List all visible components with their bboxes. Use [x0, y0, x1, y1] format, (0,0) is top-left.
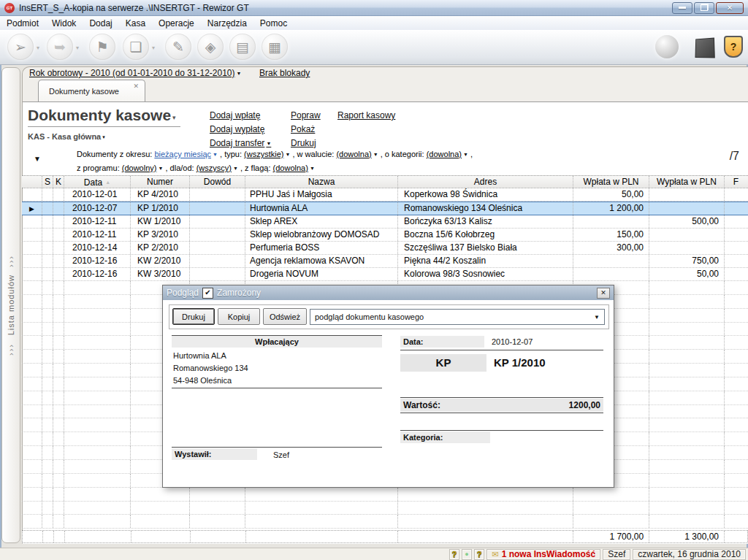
preview-print-button[interactable]: Drukuj — [172, 308, 215, 325]
add-transfer-dropdown-icon: ▼ — [264, 141, 271, 146]
column-header-f[interactable]: F — [725, 176, 747, 188]
cell-f — [725, 268, 747, 280]
menu-pomoc[interactable]: Pomoc — [253, 18, 294, 29]
column-header-wyplata[interactable]: Wypłata w PLN — [649, 176, 725, 188]
preview-copy-button[interactable]: Kopiuj — [218, 308, 260, 325]
show-link[interactable]: Pokaż — [291, 123, 321, 137]
cell-f — [725, 242, 747, 254]
menu-podmiot[interactable]: Podmiot — [0, 18, 45, 29]
lock-status-link[interactable]: Brak blokady — [259, 68, 310, 78]
filter-contractor-value[interactable]: (wszyscy) — [196, 164, 232, 172]
empty-cell — [64, 281, 131, 294]
page-title[interactable]: Dokumenty kasowe▾ — [28, 107, 180, 127]
empty-cell — [42, 446, 53, 459]
frozen-checkbox[interactable]: ✔ — [202, 288, 213, 299]
edit-link[interactable]: Popraw — [291, 109, 321, 123]
table-row[interactable]: 2010-12-01 KP 4/2010 PPHU Jaś i Małgosia… — [22, 188, 748, 202]
table-row[interactable]: 2010-12-16 KW 2/2010 Agencja reklamowa K… — [22, 255, 748, 268]
insmessage-indicator[interactable]: ✉ 1 nowa InsWiadomość — [486, 549, 600, 560]
table-row[interactable]: 2010-12-11 KP 3/2010 Sklep wielobranżowy… — [22, 229, 748, 242]
column-header-marker — [22, 176, 42, 188]
table-row[interactable]: 2010-12-11 KW 1/2010 Sklep AREX Bończyka… — [22, 215, 748, 229]
tab-close-icon[interactable]: ✕ — [133, 80, 139, 90]
filter-flag-value[interactable]: (dowolna) — [273, 164, 308, 172]
close-button[interactable]: ✕ — [716, 2, 744, 14]
filter-program-value[interactable]: (dowolny) — [122, 164, 157, 172]
add-payment-link[interactable]: Dodaj wpłatę — [210, 109, 271, 123]
empty-cell — [64, 295, 131, 308]
empty-cell — [22, 323, 42, 336]
cell-adres: Piękna 44/2 Koszalin — [398, 255, 573, 267]
help-shield-icon[interactable]: ? — [724, 36, 743, 58]
edit-button[interactable]: ✎ — [165, 34, 191, 60]
flag-button[interactable]: ⚑ — [89, 34, 115, 60]
select-tool-dropdown-icon[interactable]: ▾ — [37, 45, 39, 51]
cell-nazwa: Sklep wielobranżowy DOMOSAD — [245, 229, 398, 241]
edit-icon: ✎ — [172, 39, 184, 55]
record-counter: /7 — [730, 150, 739, 163]
empty-cell — [64, 364, 131, 377]
cash-register-selector[interactable]: KAS - Kasa główna▾ — [28, 132, 105, 141]
preview-dialog-title-bar[interactable]: Podgląd ✔ Zamrożony ✕ — [163, 285, 614, 300]
filter-type-value[interactable]: (wszystkie) — [244, 150, 283, 158]
menu-narzedzia[interactable]: Narzędzia — [201, 18, 253, 29]
selected-row-marker-icon: ▶ — [29, 205, 34, 212]
empty-cell — [64, 391, 131, 404]
cash-report-link[interactable]: Raport kasowy — [337, 109, 395, 123]
table-row[interactable]: 2010-12-14 KP 2/2010 Perfumeria BOSS Szc… — [22, 242, 748, 255]
new-document-button[interactable]: ❏ — [123, 34, 149, 60]
empty-cell — [53, 377, 64, 391]
tab-dokumenty-kasowe[interactable]: Dokumenty kasowe ✕ — [38, 80, 145, 102]
column-header-dowod[interactable]: Dowód — [190, 176, 245, 188]
table-row-selected[interactable]: ▶ 2010-12-07 KP 1/2010 Hurtownia ALA Rom… — [22, 202, 748, 215]
empty-cell — [725, 432, 747, 445]
cell-s — [42, 255, 53, 267]
row-marker-cell — [22, 215, 42, 228]
column-header-numer[interactable]: Numer — [131, 176, 190, 188]
empty-cell — [42, 364, 53, 377]
modules-list-strip[interactable]: ››› Lista modułów ››› — [1, 67, 20, 543]
empty-cell — [725, 295, 747, 308]
table-row[interactable]: 2010-12-16 KW 3/2010 Drogeria NOVUM Kolo… — [22, 268, 748, 281]
date-label: Data: — [400, 336, 484, 348]
cell-wyplata: 750,00 — [649, 255, 725, 267]
minimize-button[interactable] — [672, 2, 692, 14]
send-dropdown-icon[interactable]: ▾ — [76, 45, 79, 51]
column-header-data[interactable]: Data▲ — [64, 176, 131, 188]
app-icon: GT — [4, 3, 15, 13]
filter-collapse-icon[interactable]: ▼ — [34, 155, 41, 163]
globe-icon[interactable] — [655, 35, 679, 58]
menu-widok[interactable]: Widok — [45, 18, 83, 29]
empty-cell — [573, 515, 649, 528]
cube-icon[interactable] — [695, 38, 714, 58]
stamp-button[interactable]: ◈ — [197, 34, 224, 60]
column-header-nazwa[interactable]: Nazwa — [245, 176, 398, 188]
menu-kasa[interactable]: Kasa — [119, 18, 152, 29]
menu-operacje[interactable]: Operacje — [152, 18, 201, 29]
restore-button[interactable] — [694, 2, 714, 14]
add-withdrawal-link[interactable]: Dodaj wypłatę — [210, 123, 271, 137]
column-header-k[interactable]: K — [53, 176, 64, 188]
column-header-wplata[interactable]: Wpłata w PLN — [573, 176, 649, 188]
select-tool-button[interactable]: ➢ — [7, 34, 34, 60]
notes-button[interactable]: ▦ — [262, 34, 288, 60]
send-button[interactable]: ➥ — [47, 34, 73, 60]
filter-category-value[interactable]: (dowolna) — [427, 150, 462, 158]
empty-cell — [22, 309, 42, 322]
print-button[interactable]: ▤ — [229, 34, 256, 60]
column-header-adres[interactable]: Adres — [398, 176, 573, 188]
filter-category-label: , o kategorii: — [381, 150, 424, 158]
help-status-icon-1[interactable]: ? — [449, 549, 460, 560]
column-header-s[interactable]: S — [42, 176, 53, 188]
preview-type-select[interactable]: podgląd dokumentu kasowego ▼ — [310, 309, 605, 325]
filter-period-value[interactable]: bieżący miesiąc — [154, 150, 211, 158]
preview-close-button[interactable]: ✕ — [597, 288, 610, 299]
window-title: InsERT_S_A-kopia na serwerze .\INSERTGT … — [19, 3, 668, 13]
fiscal-year-selector[interactable]: Rok obrotowy - 2010 (od 01-01-2010 do 31… — [29, 68, 235, 78]
new-document-dropdown-icon[interactable]: ▾ — [152, 45, 155, 51]
send-icon: ➥ — [54, 39, 66, 55]
menu-dodaj[interactable]: Dodaj — [83, 18, 118, 29]
help-status-icon-2[interactable]: ? — [474, 549, 485, 560]
preview-refresh-button[interactable]: Odśwież — [263, 308, 307, 325]
filter-currency-value[interactable]: (dowolna) — [336, 150, 371, 158]
